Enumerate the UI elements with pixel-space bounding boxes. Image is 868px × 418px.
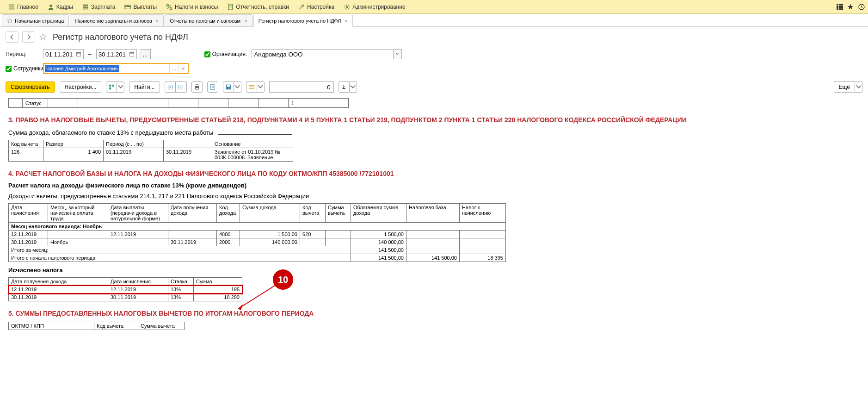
- emp-value: Чапаев Дмитрий Анатольевич: [45, 65, 119, 72]
- calendar-icon[interactable]: [127, 50, 136, 59]
- table-row: 30.11.2019Ноябрь30.11.2019 2000140 000,0…: [9, 238, 506, 246]
- menu-kadry[interactable]: Кадры: [43, 0, 78, 14]
- menu-label: Кадры: [56, 4, 73, 10]
- svg-rect-2: [83, 6, 88, 8]
- tax-table: Дата начисления Месяц, за который начисл…: [8, 203, 506, 262]
- dash: –: [88, 51, 92, 57]
- title-row: Регистр налогового учета по НДФЛ: [0, 27, 868, 47]
- svg-point-0: [49, 4, 52, 6]
- svg-point-27: [212, 86, 214, 88]
- expand-button[interactable]: [165, 81, 176, 93]
- svg-rect-17: [129, 52, 134, 53]
- status-value: 1: [289, 99, 349, 108]
- filters: Период: – ... Организация: Сотрудники: Ч…: [0, 47, 868, 80]
- email-button[interactable]: [246, 81, 257, 93]
- back-button[interactable]: [6, 31, 18, 43]
- favorite-icon[interactable]: [39, 33, 47, 41]
- svg-rect-19: [112, 85, 114, 87]
- deductions-table: Код вычета Размер Период (с ... по) Осно…: [8, 140, 293, 162]
- tab-payroll[interactable]: Начисление зарплаты и взносов ×: [70, 14, 164, 26]
- tab-label: Начисление зарплаты и взносов: [75, 18, 152, 24]
- section-5-title: 5. СУММЫ ПРЕДОСТАВЛЕННЫХ НАЛОГОВЫХ ВЫЧЕТ…: [8, 310, 860, 317]
- table-row: Итого за месяц: 141 500,00: [9, 246, 506, 254]
- tab-close[interactable]: ×: [244, 18, 247, 24]
- emp-checkbox[interactable]: [6, 66, 12, 72]
- menu-main[interactable]: Главное: [4, 0, 43, 14]
- svg-rect-24: [196, 85, 198, 87]
- callout-badge: 10: [273, 269, 293, 290]
- tab-label: Начальная страница: [15, 18, 64, 24]
- person-icon: [48, 4, 54, 10]
- tab-label: Отчеты по налогам и взносам: [170, 18, 240, 24]
- table-row: 126 1 400 01.11.2019 30.11.2019 Заявлени…: [9, 148, 293, 162]
- tab-close[interactable]: ×: [345, 18, 348, 24]
- table-row: 30.11.2019 30.11.2019 13% 18 200: [9, 293, 242, 301]
- more-drop[interactable]: [855, 81, 862, 93]
- emp-select-button[interactable]: ...: [169, 64, 179, 73]
- emp-input[interactable]: Чапаев Дмитрий Анатольевич ... ×: [43, 63, 189, 74]
- settings-button[interactable]: Настройки...: [60, 81, 102, 93]
- variants-button[interactable]: [106, 81, 117, 93]
- s5-table: ОКТМО / КПП Код вычета Сумма вычета: [8, 322, 185, 330]
- list-icon: [82, 4, 89, 10]
- period-select-button[interactable]: ...: [140, 49, 151, 59]
- svg-rect-1: [83, 4, 88, 6]
- save-drop[interactable]: [234, 81, 241, 93]
- section-4-title: 4. РАСЧЕТ НАЛОГОВОЙ БАЗЫ И НАЛОГА НА ДОХ…: [8, 170, 860, 177]
- table-row: Итого с начала налогового периода: 141 5…: [9, 254, 506, 262]
- menu-salary[interactable]: Зарплата: [78, 0, 120, 14]
- menu-label: Выплаты: [133, 4, 157, 10]
- svg-rect-5: [125, 6, 130, 7]
- sum-drop[interactable]: [350, 81, 357, 93]
- star-icon[interactable]: [847, 3, 854, 11]
- preview-button[interactable]: [207, 81, 218, 93]
- more-button[interactable]: Еще: [834, 81, 855, 93]
- top-menu: Главное Кадры Зарплата Выплаты Налоги и …: [0, 0, 868, 14]
- emp-clear-button[interactable]: ×: [179, 64, 188, 73]
- doc-icon: [227, 4, 234, 10]
- find-button[interactable]: Найти...: [129, 81, 160, 93]
- svg-rect-4: [125, 5, 130, 9]
- menu-settings[interactable]: Настройка: [294, 0, 339, 14]
- org-checkbox[interactable]: [204, 51, 210, 57]
- tab-close[interactable]: ×: [156, 18, 159, 24]
- calc-tax-title: Исчислено налога: [8, 267, 860, 274]
- svg-rect-20: [109, 87, 111, 89]
- menu-label: Главное: [17, 4, 38, 10]
- menu-payments[interactable]: Выплаты: [120, 0, 161, 14]
- dropdown-icon[interactable]: [393, 50, 401, 59]
- org-input[interactable]: [252, 49, 402, 59]
- submit-button[interactable]: Сформировать: [6, 81, 55, 93]
- tab-ndfl-register[interactable]: Регистр налогового учета по НДФЛ ×: [253, 15, 353, 27]
- email-drop[interactable]: [257, 81, 265, 93]
- tab-label: Регистр налогового учета по НДФЛ: [259, 18, 341, 24]
- card-icon: [124, 4, 131, 10]
- menu-taxes[interactable]: Налоги и взносы: [161, 0, 222, 14]
- menu-icon: [8, 4, 15, 10]
- menu-reports[interactable]: Отчетность, справки: [222, 0, 294, 14]
- calendar-icon[interactable]: [74, 50, 83, 59]
- tab-tax-reports[interactable]: Отчеты по налогам и взносам ×: [165, 14, 252, 26]
- menu-admin[interactable]: Администрирование: [339, 0, 410, 14]
- section-3-title: 3. ПРАВО НА НАЛОГОВЫЕ ВЫЧЕТЫ, ПРЕДУСМОТР…: [8, 116, 860, 124]
- sum-input[interactable]: [269, 81, 334, 93]
- forward-button[interactable]: [22, 31, 35, 43]
- svg-rect-26: [210, 85, 215, 90]
- period-label: Период:: [6, 51, 40, 57]
- apps-icon[interactable]: [837, 4, 843, 10]
- calc-tax-table: Дата получения дохода Дата исчисления Ст…: [8, 277, 242, 301]
- history-icon[interactable]: [858, 3, 865, 11]
- save-button[interactable]: [223, 81, 234, 93]
- svg-rect-18: [109, 85, 111, 87]
- menu-label: Налоги и взносы: [175, 4, 218, 10]
- print-button[interactable]: [191, 81, 203, 93]
- gear-icon: [344, 4, 350, 10]
- wrench-icon: [298, 4, 305, 10]
- sum-button[interactable]: Σ: [339, 81, 350, 93]
- collapse-button[interactable]: [176, 81, 187, 93]
- tab-home[interactable]: Начальная страница: [2, 14, 69, 26]
- section-4-sub: Расчет налога на доходы физического лица…: [8, 182, 860, 189]
- page-title: Регистр налогового учета по НДФЛ: [53, 32, 188, 42]
- home-icon: [7, 18, 12, 24]
- variants-drop[interactable]: [117, 81, 124, 93]
